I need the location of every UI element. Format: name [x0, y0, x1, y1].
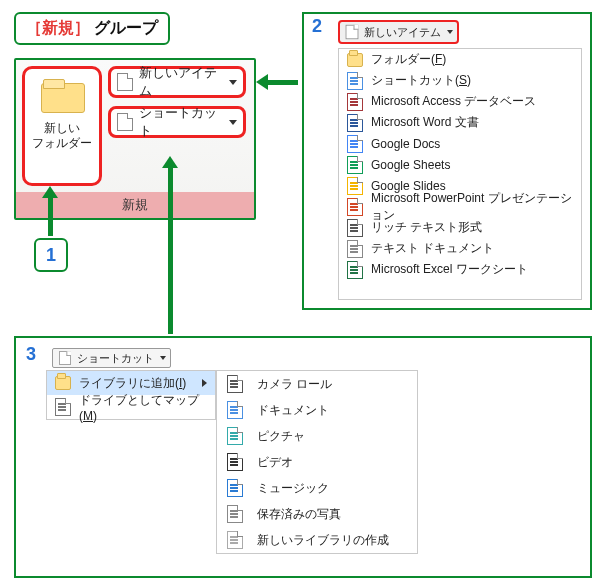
newlib-icon — [227, 532, 243, 548]
menu-item[interactable]: テキスト ドキュメント — [339, 238, 581, 259]
step-label-2: 2 — [312, 16, 322, 37]
menu-item[interactable]: Microsoft PowerPoint プレゼンテーション — [339, 196, 581, 217]
header-badge: ［新規］ グループ — [14, 12, 170, 45]
step-chip-1: 1 — [34, 238, 68, 272]
new-item-menu: フォルダー(F)ショートカット(S)Microsoft Access データベー… — [338, 48, 582, 300]
rtf-icon — [347, 220, 363, 236]
camera-icon — [227, 376, 243, 392]
menu-item[interactable]: Microsoft Excel ワークシート — [339, 259, 581, 280]
header-name: 新規 — [42, 19, 74, 36]
music-icon — [227, 480, 243, 496]
new-item-dropdown-header[interactable]: 新しいアイテム — [338, 20, 459, 44]
video-icon — [227, 454, 243, 470]
menu-item[interactable]: Google Docs — [339, 133, 581, 154]
panel-new-item-menu: 2 新しいアイテム フォルダー(F)ショートカット(S)Microsoft Ac… — [302, 12, 592, 310]
menu-item[interactable]: Microsoft Word 文書 — [339, 112, 581, 133]
pic-icon — [227, 428, 243, 444]
chevron-down-icon — [160, 356, 166, 360]
chevron-down-icon — [447, 30, 453, 34]
arrow-3-head — [162, 156, 178, 168]
shortcut-icon — [347, 73, 363, 89]
menu-item[interactable]: Microsoft Access データベース — [339, 91, 581, 112]
menu-item[interactable]: ドライブとしてマップ(M) — [47, 395, 215, 419]
shortcut-menu: ライブラリに追加(I)ドライブとしてマップ(M) — [46, 370, 216, 420]
shortcut-icon — [117, 114, 133, 130]
arrow-1 — [48, 196, 53, 236]
folder-icon — [39, 77, 85, 113]
chevron-down-icon — [229, 120, 237, 125]
chevron-right-icon — [202, 379, 207, 387]
lib-icon — [55, 375, 71, 391]
bracket-close: ］ — [74, 19, 90, 36]
new-folder-button[interactable]: 新しい フォルダー — [22, 66, 102, 186]
arrow-1-head — [42, 186, 58, 198]
chevron-down-icon — [229, 80, 237, 85]
new-item-icon — [344, 24, 360, 40]
step-label-3: 3 — [26, 344, 36, 365]
gdoc-icon — [347, 136, 363, 152]
library-submenu: カメラ ロールドキュメントピクチャビデオミュージック保存済みの写真新しいライブラ… — [216, 370, 418, 554]
menu-item[interactable]: Google Sheets — [339, 154, 581, 175]
panel-shortcut-menu: 3 ショートカット ライブラリに追加(I)ドライブとしてマップ(M) カメラ ロ… — [14, 336, 592, 578]
menu-item[interactable]: ショートカット(S) — [339, 70, 581, 91]
new-item-icon — [117, 74, 133, 90]
gsheet-icon — [347, 157, 363, 173]
menu-item[interactable]: フォルダー(F) — [339, 49, 581, 70]
ppt-icon — [347, 199, 363, 215]
submenu-item[interactable]: 新しいライブラリの作成 — [217, 527, 417, 553]
header-suffix: グループ — [94, 19, 158, 36]
shortcut-button[interactable]: ショートカット — [108, 106, 246, 138]
excel-icon — [347, 262, 363, 278]
new-folder-label: 新しい フォルダー — [32, 121, 92, 151]
doc-icon — [227, 402, 243, 418]
word-icon — [347, 115, 363, 131]
new-item-button[interactable]: 新しいアイテム — [108, 66, 246, 98]
saved-icon — [227, 506, 243, 522]
gslide-icon — [347, 178, 363, 194]
access-icon — [347, 94, 363, 110]
submenu-item[interactable]: ミュージック — [217, 475, 417, 501]
shortcut-icon — [57, 350, 73, 366]
arrow-2 — [268, 80, 298, 85]
arrow-2-head — [256, 74, 268, 90]
shortcut-label: ショートカット — [139, 104, 223, 140]
shortcut-dropdown-header[interactable]: ショートカット — [52, 348, 171, 368]
submenu-item[interactable]: カメラ ロール — [217, 371, 417, 397]
new-item-label: 新しいアイテム — [139, 64, 223, 100]
folder-icon — [347, 52, 363, 68]
drive-icon — [55, 399, 71, 415]
arrow-3 — [168, 166, 173, 334]
submenu-item[interactable]: ドキュメント — [217, 397, 417, 423]
bracket-open: ［ — [26, 19, 42, 36]
submenu-item[interactable]: ピクチャ — [217, 423, 417, 449]
submenu-item[interactable]: 保存済みの写真 — [217, 501, 417, 527]
txt-icon — [347, 241, 363, 257]
submenu-item[interactable]: ビデオ — [217, 449, 417, 475]
